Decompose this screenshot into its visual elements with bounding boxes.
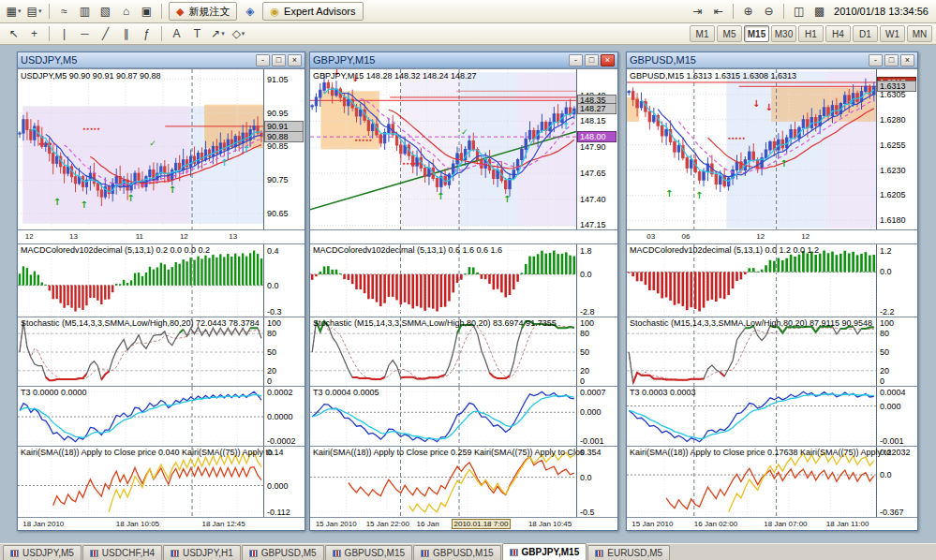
indicator-axis[interactable]: 1008050200 [876,317,917,386]
tile-windows-button[interactable]: ◫ [789,3,809,21]
text-tool[interactable]: A [167,25,186,43]
time-axis-mid[interactable] [310,229,617,243]
arrows-tool[interactable]: ↗▾ [208,25,228,43]
time-axis-bottom[interactable]: 15 Jan 201015 Jan 22:0016 Jan2010.01.18 … [310,517,617,530]
time-axis-mid[interactable]: 03061212 [627,229,917,243]
terminal-button[interactable]: ▣ [137,3,156,21]
chart-window-usdjpy-m5[interactable]: USDJPY,M5-□×↑↑↑↑↑↑••••••••••✓USDJPY,M5 9… [17,52,305,531]
candlestick-chart[interactable]: ↑↑↑↑↑↑••••••••••✓ [18,69,263,230]
tab-gbpusd-m5[interactable]: GBPUSD,M5 [242,545,324,560]
t3-pane[interactable]: T3 0.0003 0.00030.00040.000-0.001 [627,386,917,446]
chart-window-gbpjpy-m15[interactable]: GBPJPY,M15-□×↓↓↑↑••••••••••✓↑GBPJPY,M15 … [309,52,618,531]
indicator-axis[interactable]: 0.00040.000-0.001 [876,387,917,446]
zoom-out-button[interactable]: ⊖ [759,3,779,21]
new-order-button[interactable]: ◆新規注文 [169,2,237,21]
stoch-pane[interactable]: Stochastic (M15,14,3,3,SMMA,Low/High,80,… [310,317,617,386]
window-titlebar[interactable]: GBPUSD,M15-□× [627,52,917,68]
stoch-chart[interactable] [310,317,576,387]
kairi-chart[interactable] [627,447,876,518]
chart-window-gbpusd-m15[interactable]: GBPUSD,M15-□×↓↓↑↑↑•••••↑GBPUSD,M15 1.631… [626,52,918,531]
market-watch-button[interactable]: ▥ [75,3,95,21]
stoch-chart[interactable] [18,317,263,387]
tab-usdchf-h4[interactable]: USDCHF,H4 [82,545,162,560]
macd-chart[interactable] [18,244,263,317]
tab-gbpusd-m15[interactable]: GBPUSD,M15 [413,545,500,560]
timeframe-w1[interactable]: W1 [880,25,905,42]
window-titlebar[interactable]: GBPJPY,M15-□× [310,52,617,68]
candlestick-chart[interactable]: ↓↓↑↑••••••••••✓↑ [310,69,576,230]
price-axis[interactable]: 91.0590.9590.8590.7590.6590.9190.88 [263,69,305,229]
timeframe-m15[interactable]: M15 [744,25,769,42]
macd-pane[interactable]: MACDColoredv102decimal (5,13,1) 0.0 1.2 … [627,243,917,317]
timeframe-m30[interactable]: M30 [771,25,796,42]
t3-pane[interactable]: T3 0.0000 0.00000.00020.0000-0.0002 [18,386,305,446]
indicator-axis[interactable]: 0.00020.0000-0.0002 [263,387,305,446]
zoom-in-button[interactable]: ⊕ [738,3,758,21]
macd-pane[interactable]: MACDColoredv102decimal (5,13,1) 0.2 0.0 … [18,243,305,317]
metaeditor-button[interactable]: ◈ [240,3,260,21]
window-titlebar[interactable]: USDJPY,M5-□× [18,52,305,68]
indicator-axis[interactable]: 1008050200 [576,317,617,386]
channel-tool[interactable]: ∥ [116,25,136,43]
timeframe-mn[interactable]: MN [907,25,932,42]
tab-usdjpy-m5[interactable]: USDJPY,M5 [3,545,82,560]
timeframe-h1[interactable]: H1 [798,25,824,42]
profiles-button[interactable]: ▤▾ [24,3,44,21]
text-label-tool[interactable]: T [187,25,207,43]
time-axis-mid[interactable]: 1213111213 [18,229,305,243]
timeframe-h4[interactable]: H4 [825,25,851,42]
maximize-button[interactable]: □ [884,54,899,66]
data-window-button[interactable]: ▧ [96,3,115,21]
tick-chart-button[interactable]: ≈ [54,3,74,21]
indicator-axis[interactable]: 0.3540.0-0.5 [576,447,617,517]
time-axis-bottom[interactable]: 18 Jan 201018 Jan 10:0518 Jan 12:45 [18,517,305,530]
indicator-axis[interactable]: 0.220320.0-0.367 [876,447,917,517]
macd-chart[interactable] [310,244,576,317]
minimize-button[interactable]: - [569,54,583,66]
tab-gbpusd-m15[interactable]: GBPUSD,M15 [325,545,412,560]
kairi-pane[interactable]: Kairi(SMA((18)) Apply to Close price 0.1… [627,446,917,517]
timeframe-m1[interactable]: M1 [690,25,715,42]
crosshair-tool[interactable]: + [24,25,44,43]
horizontal-line-tool[interactable]: ─ [75,25,95,43]
cursor-tool[interactable]: ↖ [4,25,23,43]
candlestick-chart[interactable]: ↓↓↑↑↑•••••↑ [627,69,876,230]
timeframe-d1[interactable]: D1 [853,25,878,42]
stoch-pane[interactable]: Stochastic (M5,14,3,3,SMMA,Low/High,80,2… [18,317,305,386]
time-axis-bottom[interactable]: 15 Jan 201016 Jan 02:0018 Jan 07:0018 Ja… [627,517,917,530]
minimize-button[interactable]: - [256,54,270,66]
close-button[interactable]: × [288,54,302,66]
t3-pane[interactable]: T3 0.0004 0.00050.00070.000-0.001 [310,386,617,446]
kairi-pane[interactable]: Kairi(SMA((18)) Apply to Close price 0.2… [310,446,617,517]
macd-chart[interactable] [627,244,876,317]
macd-pane[interactable]: MACDColoredv102decimal (5,13,1) 0.6 1.6 … [310,243,617,317]
stoch-pane[interactable]: Stochastic (M15,14,3,3,SMMA,Low/High,80,… [627,317,917,386]
indicator-axis[interactable]: 1.80.0-2.8 [576,244,617,317]
close-button[interactable]: × [601,54,615,66]
price-axis[interactable]: 1.63051.62801.62551.62301.62051.61801.63… [876,69,917,229]
indicator-axis[interactable]: 0.00070.000-0.001 [576,387,617,446]
tab-eurusd-m5[interactable]: EURUSD,M5 [587,545,670,560]
kairi-chart[interactable] [18,447,263,518]
trendline-tool[interactable]: ╱ [96,25,115,43]
auto-scroll-button[interactable]: ⇥ [688,3,707,21]
maximize-button[interactable]: □ [585,54,599,66]
shapes-tool[interactable]: ◇▾ [229,25,248,43]
indicator-axis[interactable]: 0.140.000-0.112 [263,447,305,517]
kairi-chart[interactable] [310,447,576,518]
timeframe-m5[interactable]: M5 [717,25,742,42]
tab-usdjpy-h1[interactable]: USDJPY,H1 [163,545,241,560]
fibonacci-tool[interactable]: ƒ [137,25,156,43]
indicator-axis[interactable]: 1.20.0-2.2 [876,244,917,317]
close-button[interactable]: × [900,54,914,66]
vertical-line-tool[interactable]: | [54,25,74,43]
maximize-button[interactable]: □ [272,54,286,66]
expert-advisors-button[interactable]: ◉Expert Advisors [262,2,363,21]
chart-shift-button[interactable]: ⇤ [708,3,728,21]
indicator-axis[interactable]: 0.40.0-0.3 [263,244,305,317]
new-chart-button[interactable]: ▦▾ [4,3,23,21]
price-pane[interactable]: ↓↓↑↑↑•••••↑GBPUSD,M15 1.6313 1.6315 1.63… [627,68,917,229]
kairi-pane[interactable]: Kairi(SMA((18)) Apply to Close price 0.0… [18,446,305,517]
minimize-button[interactable]: - [869,54,883,66]
navigator-button[interactable]: ⌂ [116,3,136,21]
